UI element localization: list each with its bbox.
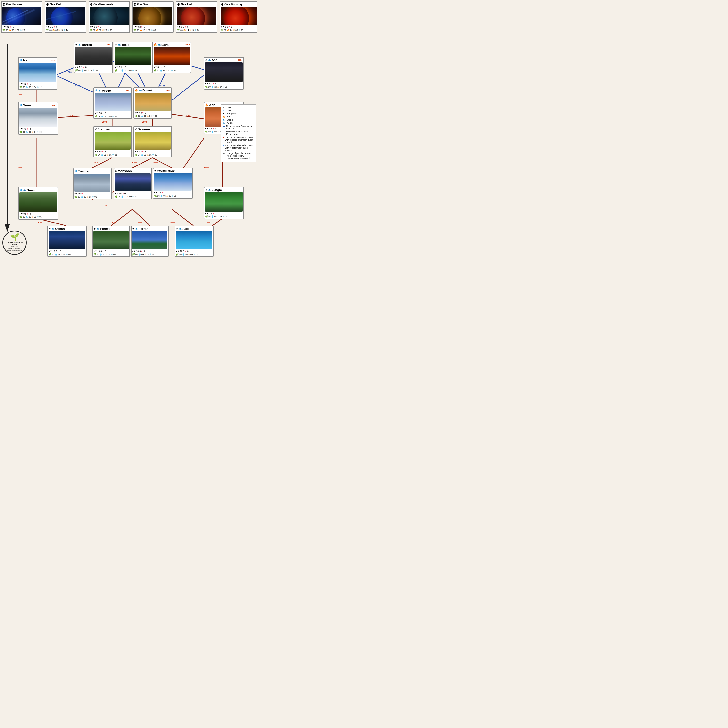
toxic-image: [115, 47, 151, 65]
card-barren: ☀ 🐟 Barren 200↗ ●▼5-1 ♥-8 🌿00 💧00 ♨02 ❄1…: [74, 42, 113, 73]
lava-title: Lava: [161, 43, 169, 47]
desert-title: Desert: [142, 89, 152, 92]
logo-title: Terraformation Tree Chart: [5, 242, 25, 246]
legend-fireforming-label: Can be Terraformed to forest with "Firef…: [225, 144, 254, 151]
gas-hot-title: Gas Hot: [181, 3, 192, 6]
card-header-savannah: ☀ Savannah: [135, 127, 171, 131]
cost-ice-barren: 560: [68, 71, 72, 73]
gas-hot-image: [177, 7, 216, 25]
card-gas-frozen: ⊛ Gas Frozen ●▼3-2 ♥-5 🌿00 🔥00 ☀00 ❄26: [1, 1, 43, 33]
legend-fireforming: Can be Terraformed to forest with "Firef…: [223, 144, 254, 151]
atoll-stats: ●▼10-6 ♥-0 🌿08 💧06 ♨04 ❄02: [176, 250, 213, 256]
logo-build: Build:1.2.23: [11, 246, 18, 248]
steppes-image: [95, 132, 130, 150]
card-ash: ☀ 🐟 Ash 200↗ ●▼6-2 ♥-5 🌿00 💧12 ♨04 ❄00: [204, 57, 244, 90]
cost-arctic-steppes: 2000: [102, 121, 107, 123]
card-gas-warm: ⊛ Gas Warm ●▼3-2 ♥-5 🌿00 🔥10 ☀18 ❄00: [132, 1, 173, 33]
logo-plant-icon: 🌱: [10, 234, 19, 241]
card-header-jungle: ☀ 🐟 Jungle: [205, 188, 243, 192]
card-header-gas-hot: ⊛ Gas Hot: [177, 2, 216, 6]
gas-hot-type-icon: ⊛: [177, 2, 180, 6]
cost-tundra-monsoon: 2000: [104, 204, 109, 207]
ice-image: [20, 63, 56, 82]
card-lava: 🔥 🐟 Lava 200↗ ●▼5-1 ♥-8 🌿00 💧16 ♨02 ❄00: [152, 42, 191, 73]
card-header-snow: ❄ Snow 200↗: [20, 103, 57, 107]
forest-title: Forest: [100, 227, 110, 231]
ocean-title: Ocean: [55, 227, 65, 231]
cost-monsoon-terran: 2000: [137, 221, 142, 224]
monsoon-image: [115, 173, 151, 191]
gas-temperate-image: [90, 7, 128, 25]
gas-burning-stats: ●▼3-2 ♥-5 🌿00 🔥26 ☀00 ❄00: [221, 26, 257, 32]
ash-stats: ●▼6-2 ♥-5 🌿00 💧12 ♨04 ❄00: [205, 82, 243, 88]
legend-gas-label: Gas: [227, 106, 231, 109]
legend-temperate-icon: ☀: [223, 112, 226, 115]
card-header-terran: ☀ 🐟 Terran: [132, 227, 167, 231]
card-arctic: ❄ 🐟 Arctic 200↗ ●▼7-3 ♥-3 🌿01 💧00 ♨06 ❄0…: [93, 87, 132, 119]
boreal-stats: ●▼9-5 ♥-0 🌿06 💧00 ♨03 ❄05: [20, 213, 57, 219]
direction-arrow: [4, 44, 11, 233]
legend-evap-line: Requires tech: Evaporation Inhibitors: [223, 125, 254, 130]
legend-fertile: 🐟 Fertile: [223, 122, 254, 124]
arctic-title: Arctic: [102, 89, 111, 92]
legend-cold-label: Cold: [227, 109, 231, 112]
card-jungle: ☀ 🐟 Jungle ●▼9-5 ♥-0 🌿06 💧05 ♨03 ❄00: [204, 187, 244, 219]
card-header-gas-temperate: ⊛ GasTemperate: [90, 2, 128, 6]
arctic-image: [95, 93, 130, 111]
card-header-mediterranean: ☀ Mediterranean: [154, 169, 192, 172]
svg-line-8: [171, 75, 204, 101]
forest-image: [93, 231, 128, 249]
cost-boreal-ocean: 2000: [38, 221, 43, 224]
legend-temperate-label: Temperate: [227, 112, 237, 115]
legend-sterile: 🐟 Sterile: [223, 119, 254, 121]
gas-temperate-title: GasTemperate: [93, 3, 113, 6]
steppes-stats: ●▼9-5 ♥-1 🌿04 💧02 ♨05 ❄03: [95, 150, 130, 156]
card-header-ash: ☀ 🐟 Ash 200↗: [205, 58, 243, 62]
toxic-stats: ●▼5-1 ♥-8 🌿03 💧02 ♨08 ❄02: [115, 66, 151, 72]
legend-red-thin-line: [223, 137, 224, 138]
terran-image: [132, 231, 167, 249]
cost-arid-jungle: 2000: [204, 166, 209, 169]
legend-temperate: ☀ Temperate: [223, 112, 254, 115]
steppes-title: Steppes: [98, 127, 110, 131]
forest-stats: ●▼10-6 ♥-0 🌿08 💧04 ♨00 ❄03: [93, 250, 128, 256]
card-header-steppes: ☀ Steppes: [95, 127, 130, 131]
legend-hot: 🔥 Hot: [223, 116, 254, 118]
card-ice: ❄ Ice 200↗ ●▼6-2 ♥-5 🌿00 💧00 ♨04 ❄12: [18, 57, 57, 90]
card-header-toxic: ☀ 🐟 Toxic: [115, 43, 151, 47]
gas-warm-image: [133, 7, 172, 25]
gas-cold-type-icon: ⊛: [46, 2, 49, 6]
ash-image: [205, 63, 243, 82]
logo-credit: Made by Numerfor: [9, 248, 21, 250]
toxic-title: Toxic: [121, 43, 129, 47]
jungle-title: Jungle: [212, 188, 222, 192]
legend-sterile-label: Sterile: [227, 119, 233, 121]
monsoon-stats: ●▼9-5 ♥-1 🌿06 💧02 ♨04 ❄02: [115, 192, 151, 198]
card-header-ocean: ☀ 🐟 Ocean: [49, 227, 86, 231]
cost-ice-arctic: 1120: [75, 85, 80, 87]
legend-gas: ⊛ Gas: [223, 106, 254, 109]
ice-title: Ice: [23, 58, 28, 62]
card-header-gas-warm: ⊛ Gas Warm: [133, 2, 172, 6]
card-ocean: ☀ 🐟 Ocean ●▼10-6 ♥-0 🌿08 💧02 ♨04 ❄06: [47, 226, 87, 257]
svg-line-26: [172, 209, 193, 226]
card-gas-hot: ⊛ Gas Hot ●▼3-2 ♥-5 🌿00 🔥14 ☀14 ❄00: [176, 1, 217, 33]
card-gas-temperate: ⊛ GasTemperate ●▼3-2 ♥-5 🌿00 🔥00 ☀26 ❄00: [89, 1, 130, 33]
gas-frozen-title: Gas Frozen: [6, 3, 22, 6]
legend-cold-icon: ❄: [223, 109, 226, 112]
savannah-image: [135, 132, 171, 150]
logo-based: Based on Cyro0b's chart: [6, 250, 23, 252]
legend-climate-label: Requires tech: Climate Engineering: [226, 130, 254, 135]
gas-warm-type-icon: ⊛: [133, 2, 136, 6]
boreal-title: Boreal: [27, 188, 37, 192]
card-toxic: ☀ 🐟 Toxic ●▼5-1 ♥-8 🌿03 💧02 ♨08 ❄02: [113, 42, 152, 73]
card-header-arctic: ❄ 🐟 Arctic 200↗: [95, 89, 130, 92]
savannah-title: Savannah: [138, 127, 152, 131]
snow-image: [20, 107, 57, 127]
terraformation-logo: 🌱 Terraformation Tree Chart Build:1.2.23…: [2, 231, 27, 255]
lava-stats: ●▼5-1 ♥-8 🌿00 💧16 ♨02 ❄00: [154, 66, 190, 72]
ash-title: Ash: [212, 58, 218, 62]
gas-burning-title: Gas Burning: [225, 3, 242, 6]
card-savannah: ☀ Savannah ●▼9-5 ♥-1 🌿04 💧03 ♨05 ❄02: [133, 126, 172, 158]
tundra-stats: ●▼9-5 ♥-1 🌿06 💧00 ♨03 ❄06: [75, 192, 110, 198]
